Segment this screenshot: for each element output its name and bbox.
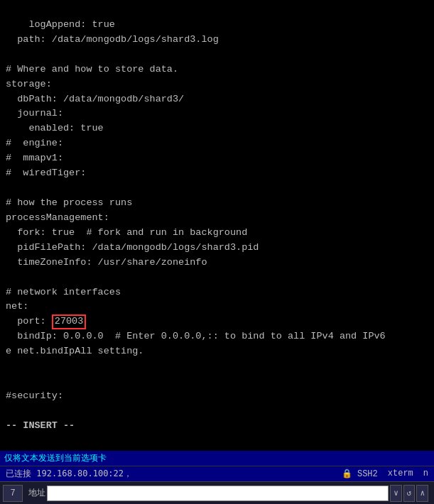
refresh-button[interactable]: ↺	[403, 485, 416, 502]
terminal-line-14: e net.bindIpAll setting.	[6, 346, 143, 356]
terminal-line-12: port: 27003	[6, 316, 86, 327]
status-right: 🔒 SSH2 xterm n	[342, 469, 428, 479]
lock-ssh-indicator: 🔒 SSH2	[342, 469, 378, 479]
taskbar: 7 地址 ∨ ↺ ∧	[0, 481, 434, 504]
dropdown-arrow-icon: ∨	[394, 488, 398, 498]
terminal-line-3: storage:	[6, 79, 52, 89]
taskbar-button-7[interactable]: 7	[3, 485, 23, 502]
terminal-content: logAppend: true path: /data/mongodb/logs…	[0, 0, 434, 451]
terminal-line-11: net:	[6, 301, 28, 312]
address-input[interactable]	[47, 486, 389, 501]
taskbar-btn-label: 7	[10, 488, 15, 498]
terminal-line-8: fork: true # fork and run in background	[6, 227, 247, 238]
terminal-line-13: bindIp: 0.0.0.0 # Enter 0.0.0.0,:: to bi…	[6, 331, 386, 341]
terminal-line-6: enabled: true	[6, 123, 104, 133]
terminal-line-4: dbPath: /data/mongodb/shard3/	[6, 94, 184, 104]
terminal-line-1: logAppend: true	[17, 19, 115, 30]
port-highlight: 27003	[52, 314, 87, 329]
extra-indicator: n	[423, 469, 428, 479]
terminal-comment-5: # how the process runs	[6, 197, 132, 208]
terminal-comment-2: # engine:	[6, 138, 63, 148]
terminal-comment-7: #security:	[6, 390, 63, 401]
up-icon: ∧	[420, 488, 425, 498]
connection-info: 已连接 192.168.80.100:22，	[6, 468, 132, 480]
terminal-line-7: processManagement:	[6, 212, 109, 223]
dropdown-arrow-button[interactable]: ∨	[390, 485, 402, 502]
terminal-comment-4: # wiredTiger:	[6, 168, 86, 178]
status-hint-bar: 仅将文本发送到当前选项卡	[0, 451, 434, 466]
ssh-label: SSH2	[357, 469, 378, 479]
up-button[interactable]: ∧	[416, 485, 428, 502]
insert-mode-indicator: -- INSERT --	[6, 420, 75, 431]
terminal-comment-3: # mmapv1:	[6, 153, 63, 163]
connection-status-bar: 已连接 192.168.80.100:22， 🔒 SSH2 xterm n	[0, 466, 434, 481]
lock-icon: 🔒	[342, 469, 352, 479]
terminal-type-label: xterm	[388, 469, 413, 479]
terminal-line-2: path: /data/mongodb/logs/shard3.log	[6, 34, 219, 45]
hint-text: 仅将文本发送到当前选项卡	[4, 453, 107, 463]
terminal-comment-1: # Where and how to store data.	[6, 64, 178, 75]
terminal-comment-6: # network interfaces	[6, 287, 121, 297]
terminal-line-10: timeZoneInfo: /usr/share/zoneinfo	[6, 257, 207, 268]
address-bar-container: 地址 ∨ ↺ ∧	[28, 485, 428, 502]
terminal-line-9: pidFilePath: /data/mongodb/logs/shard3.p…	[6, 242, 259, 253]
address-label: 地址	[28, 487, 45, 499]
refresh-icon: ↺	[407, 488, 412, 498]
terminal-line-5: journal:	[6, 108, 63, 119]
